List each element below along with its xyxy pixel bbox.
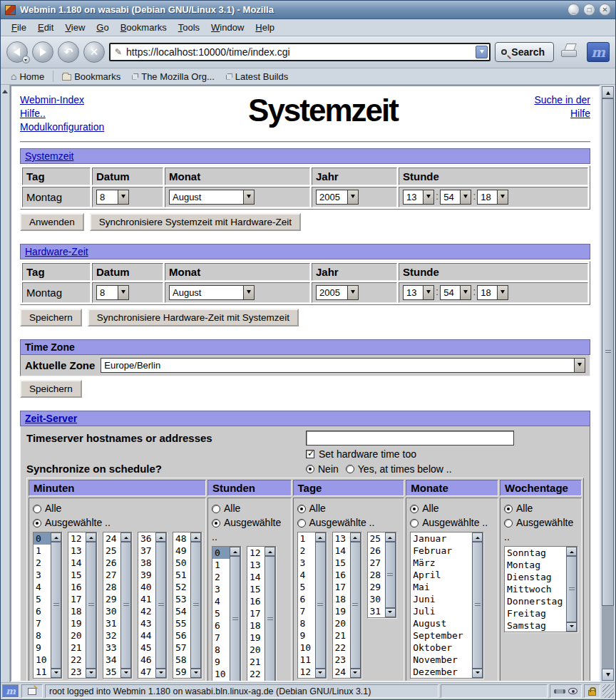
list-option[interactable]: 21 bbox=[247, 656, 265, 668]
menu-go[interactable]: Go bbox=[91, 21, 113, 34]
month-select[interactable]: August bbox=[169, 190, 255, 205]
list-option[interactable]: 19 bbox=[333, 605, 350, 617]
set-hardware-time-checkbox[interactable] bbox=[306, 450, 314, 458]
list-option[interactable]: 1 bbox=[34, 545, 51, 557]
list-option[interactable]: Juni bbox=[411, 593, 472, 605]
hw-minute-select[interactable]: 54 bbox=[440, 285, 471, 300]
list-option[interactable]: 33 bbox=[103, 642, 120, 654]
scroll-down-button[interactable] bbox=[86, 669, 96, 678]
list-option[interactable]: 14 bbox=[68, 557, 86, 569]
list-option[interactable]: 4 bbox=[212, 595, 230, 607]
multi-select-list[interactable]: 123456789101112 bbox=[297, 532, 327, 679]
list-option[interactable]: 42 bbox=[138, 605, 155, 617]
print-button[interactable] bbox=[561, 45, 580, 59]
list-option[interactable]: 31 bbox=[103, 617, 120, 629]
hw-month-select[interactable]: August bbox=[169, 285, 255, 300]
scrollbar-track[interactable] bbox=[602, 98, 614, 669]
mozilla-logo[interactable]: m bbox=[587, 42, 610, 62]
list-option[interactable]: Sonntag bbox=[505, 547, 566, 559]
list-option[interactable]: 13 bbox=[68, 545, 86, 557]
multi-select-list[interactable]: 01234567891011 bbox=[212, 546, 241, 682]
wochentage-alle-radio[interactable] bbox=[504, 505, 513, 513]
list-option[interactable]: 8 bbox=[212, 644, 230, 656]
scrollbar-thumb[interactable] bbox=[315, 542, 326, 669]
list-option[interactable]: 6 bbox=[34, 605, 51, 617]
list-option[interactable]: 21 bbox=[68, 642, 86, 654]
scroll-up-button[interactable] bbox=[602, 86, 614, 98]
list-option[interactable]: 38 bbox=[138, 557, 155, 569]
list-option[interactable]: 17 bbox=[247, 607, 265, 619]
menu-window[interactable]: Window bbox=[206, 21, 249, 34]
list-option[interactable]: 22 bbox=[333, 642, 350, 654]
list-option[interactable]: 7 bbox=[212, 632, 230, 644]
list-option[interactable]: 7 bbox=[34, 617, 51, 629]
menu-help[interactable]: Help bbox=[250, 21, 279, 34]
list-option[interactable]: 5 bbox=[298, 581, 315, 593]
list-option[interactable]: März bbox=[411, 557, 472, 569]
list-option[interactable]: 11 bbox=[298, 654, 315, 666]
list-option[interactable]: 43 bbox=[138, 617, 155, 629]
multi-select-list[interactable]: 131415161718192021222324 bbox=[332, 532, 361, 679]
help-search-link[interactable]: Suche in der bbox=[534, 94, 590, 105]
menu-view[interactable]: View bbox=[60, 21, 90, 34]
date-select[interactable]: 8 bbox=[96, 190, 129, 205]
minuten-alle-radio[interactable] bbox=[33, 505, 41, 513]
list-option[interactable]: Mai bbox=[411, 581, 472, 593]
reload-button[interactable]: ↶ bbox=[58, 41, 79, 63]
list-option[interactable]: 26 bbox=[368, 545, 385, 557]
list-scrollbar[interactable] bbox=[51, 532, 61, 678]
list-option[interactable]: 16 bbox=[68, 581, 86, 593]
list-option[interactable]: 8 bbox=[34, 629, 51, 642]
list-option[interactable]: 30 bbox=[368, 593, 385, 605]
list-option[interactable]: 14 bbox=[247, 571, 265, 583]
list-option[interactable]: 53 bbox=[173, 593, 190, 605]
list-option[interactable]: April bbox=[411, 569, 472, 581]
list-option[interactable]: 0 bbox=[212, 547, 230, 559]
list-option[interactable]: 58 bbox=[173, 654, 190, 666]
list-option[interactable]: 36 bbox=[138, 532, 155, 545]
list-option[interactable]: 19 bbox=[68, 617, 86, 629]
scroll-up-button[interactable] bbox=[566, 547, 577, 556]
list-option[interactable]: 4 bbox=[298, 569, 315, 581]
scroll-down-button[interactable] bbox=[190, 669, 201, 678]
apply-button[interactable]: Anwenden bbox=[20, 213, 84, 231]
scrollbar-thumb[interactable] bbox=[472, 542, 483, 669]
list-option[interactable]: 56 bbox=[173, 629, 190, 642]
list-option[interactable]: 16 bbox=[333, 569, 350, 581]
list-option[interactable]: 7 bbox=[298, 605, 315, 617]
sync-system-to-hardware-button[interactable]: Synchronisiere Systemzeit mit Hardware-Z… bbox=[90, 213, 301, 231]
bookmark-mozilla-org[interactable]: The Mozilla Org... bbox=[128, 71, 219, 83]
scrollbar-thumb[interactable] bbox=[51, 542, 61, 669]
monate-ausgew-hlte-radio[interactable] bbox=[410, 519, 419, 527]
scroll-down-button[interactable] bbox=[155, 669, 166, 678]
list-scrollbar[interactable] bbox=[190, 532, 201, 678]
search-button[interactable]: Search bbox=[495, 42, 554, 62]
list-option[interactable]: Freitag bbox=[505, 607, 566, 619]
scroll-down-button[interactable] bbox=[120, 669, 131, 678]
save-hardware-button[interactable]: Speichern bbox=[20, 309, 82, 326]
multi-select-list[interactable]: 363738394041424344454647 bbox=[138, 532, 167, 679]
multi-select-list[interactable]: 484950515253545556575859 bbox=[173, 532, 202, 679]
list-option[interactable]: 3 bbox=[212, 583, 230, 595]
list-option[interactable]: 6 bbox=[298, 593, 315, 605]
list-scrollbar[interactable] bbox=[230, 547, 240, 682]
list-option[interactable]: 5 bbox=[34, 593, 51, 605]
list-option[interactable]: 29 bbox=[368, 581, 385, 593]
hilfe-link[interactable]: Hilfe.. bbox=[20, 107, 46, 120]
schedule-yes-radio[interactable] bbox=[346, 465, 354, 473]
list-option[interactable]: 45 bbox=[138, 642, 155, 654]
list-option[interactable]: 2 bbox=[212, 571, 230, 583]
monate-alle-radio[interactable] bbox=[410, 505, 419, 513]
forward-button[interactable] bbox=[32, 41, 53, 63]
minimize-button[interactable]: _ bbox=[568, 4, 580, 16]
list-option[interactable]: 15 bbox=[333, 557, 350, 569]
hardware-time-header-link[interactable]: Hardware-Zeit bbox=[25, 246, 88, 257]
online-status[interactable] bbox=[550, 684, 582, 698]
scrollbar-thumb[interactable] bbox=[265, 556, 275, 682]
scroll-up-button[interactable] bbox=[230, 547, 240, 556]
scrollbar-thumb[interactable] bbox=[350, 542, 361, 669]
scroll-up-button[interactable] bbox=[155, 532, 166, 542]
list-option[interactable]: 23 bbox=[68, 666, 86, 678]
list-option[interactable]: 18 bbox=[333, 593, 350, 605]
wochentage-ausgew-hlte-radio[interactable] bbox=[504, 519, 513, 527]
